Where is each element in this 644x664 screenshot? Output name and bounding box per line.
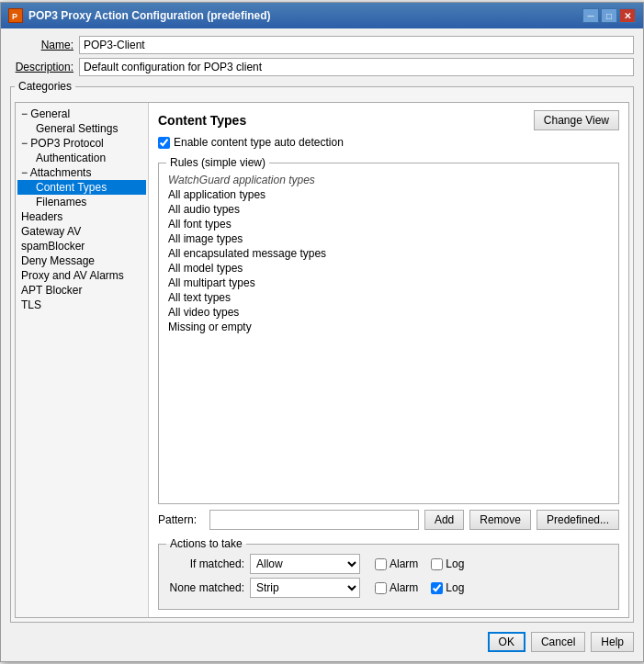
maximize-button[interactable]: □: [601, 8, 617, 23]
rule-item-video[interactable]: All video types: [166, 305, 611, 320]
none-matched-log-label[interactable]: Log: [446, 581, 464, 594]
if-matched-alarm-item: Alarm: [375, 557, 418, 570]
pattern-row: Pattern: Add Remove Predefined...: [158, 510, 619, 530]
rule-item-audio[interactable]: All audio types: [166, 202, 611, 217]
sidebar-item-filenames[interactable]: Filenames: [17, 195, 146, 209]
panel-header: Content Types Change View: [158, 110, 619, 130]
actions-group: Actions to take If matched: Allow Strip …: [158, 537, 619, 610]
rule-item-model[interactable]: All model types: [166, 261, 611, 276]
rule-item-text[interactable]: All text types: [166, 290, 611, 305]
cancel-button[interactable]: Cancel: [531, 632, 585, 652]
expand-icon: −: [21, 107, 28, 120]
sidebar-item-pop3-protocol[interactable]: − POP3 Protocol: [17, 136, 146, 151]
if-matched-log-checkbox[interactable]: [431, 558, 443, 570]
rule-item-encapsulated[interactable]: All encapsulated message types: [166, 246, 611, 261]
auto-detect-label[interactable]: Enable content type auto detection: [174, 136, 344, 149]
description-row: Description:: [10, 58, 634, 76]
none-matched-log-item: Log: [431, 581, 464, 594]
sidebar-item-tls[interactable]: TLS: [17, 298, 146, 312]
sidebar-item-deny-message[interactable]: Deny Message: [17, 253, 146, 268]
title-bar: P POP3 Proxy Action Configuration (prede…: [1, 3, 643, 28]
if-matched-select[interactable]: Allow Strip Block Drop: [250, 554, 360, 574]
minimize-button[interactable]: ─: [582, 8, 599, 23]
if-matched-log-label[interactable]: Log: [446, 557, 464, 570]
panel-title: Content Types: [158, 113, 246, 128]
none-matched-alarm-item: Alarm: [375, 581, 418, 594]
rule-item-multipart[interactable]: All multipart types: [166, 276, 611, 290]
expand-icon: −: [21, 166, 28, 179]
if-matched-alarm-label[interactable]: Alarm: [390, 557, 418, 570]
remove-button[interactable]: Remove: [469, 510, 531, 530]
none-matched-label: None matched:: [166, 581, 244, 594]
sidebar-item-attachments[interactable]: − Attachments: [17, 165, 146, 180]
sidebar-item-apt-blocker[interactable]: APT Blocker: [17, 283, 146, 298]
none-matched-select[interactable]: Allow Strip Block Drop: [250, 578, 360, 598]
rules-legend: Rules (simple view): [166, 156, 269, 169]
rule-item-watchguard[interactable]: WatchGuard application types: [166, 173, 611, 187]
description-input[interactable]: [79, 58, 634, 76]
sidebar-item-general[interactable]: − General: [17, 107, 146, 121]
auto-detect-checkbox[interactable]: [158, 137, 170, 149]
sidebar-item-gateway-av[interactable]: Gateway AV: [17, 224, 146, 239]
if-matched-alarm-checkbox[interactable]: [375, 558, 387, 570]
sidebar-item-authentication[interactable]: Authentication: [17, 151, 146, 165]
rule-item-missing[interactable]: Missing or empty: [166, 320, 611, 334]
categories-legend: Categories: [15, 80, 75, 93]
svg-text:P: P: [12, 12, 17, 21]
dialog-content: Name: Description: Categories − General: [1, 28, 643, 661]
rules-group: Rules (simple view) WatchGuard applicati…: [158, 156, 619, 504]
name-label: Name:: [10, 39, 79, 51]
actions-legend: Actions to take: [166, 537, 246, 550]
sidebar-item-headers[interactable]: Headers: [17, 209, 146, 224]
predefined-button[interactable]: Predefined...: [537, 510, 619, 530]
rule-item-application[interactable]: All application types: [166, 187, 611, 202]
add-button[interactable]: Add: [424, 510, 464, 530]
name-input[interactable]: [79, 36, 634, 54]
rule-item-font[interactable]: All font types: [166, 217, 611, 231]
sidebar-item-proxy-av-alarms[interactable]: Proxy and AV Alarms: [17, 268, 146, 283]
if-matched-log-item: Log: [431, 557, 464, 570]
window-title: POP3 Proxy Action Configuration (predefi…: [28, 9, 271, 22]
sidebar-item-content-types[interactable]: Content Types: [17, 180, 146, 195]
close-button[interactable]: ✕: [619, 8, 636, 23]
none-matched-alarm-checkbox[interactable]: [375, 582, 387, 594]
expand-icon: −: [21, 137, 28, 150]
sidebar-item-general-settings[interactable]: General Settings: [17, 121, 146, 136]
none-matched-alarm-label[interactable]: Alarm: [390, 581, 418, 594]
sidebar: − General General Settings − POP3 Protoc…: [16, 103, 149, 617]
description-label: Description:: [10, 61, 79, 73]
window-icon: P: [8, 8, 23, 23]
if-matched-label: If matched:: [166, 557, 244, 570]
main-area: − General General Settings − POP3 Protoc…: [15, 102, 629, 618]
none-matched-log-checkbox[interactable]: [431, 582, 443, 594]
pattern-label: Pattern:: [158, 513, 204, 526]
help-button[interactable]: Help: [591, 632, 634, 652]
name-row: Name:: [10, 36, 634, 54]
main-window: P POP3 Proxy Action Configuration (prede…: [0, 2, 644, 662]
none-matched-row: None matched: Allow Strip Block Drop: [166, 578, 611, 598]
pattern-input[interactable]: [209, 510, 419, 530]
rule-item-image[interactable]: All image types: [166, 231, 611, 246]
right-panel: Content Types Change View Enable content…: [149, 103, 628, 617]
sidebar-item-spamblocker[interactable]: spamBlocker: [17, 239, 146, 253]
if-matched-row: If matched: Allow Strip Block Drop Al: [166, 554, 611, 574]
auto-detect-row: Enable content type auto detection: [158, 136, 619, 149]
categories-group: Categories − General General Settings −: [10, 80, 634, 623]
change-view-button[interactable]: Change View: [534, 110, 619, 130]
ok-button[interactable]: OK: [488, 632, 525, 652]
rules-list[interactable]: WatchGuard application types All applica…: [166, 173, 611, 448]
footer-buttons: OK Cancel Help: [10, 632, 634, 652]
